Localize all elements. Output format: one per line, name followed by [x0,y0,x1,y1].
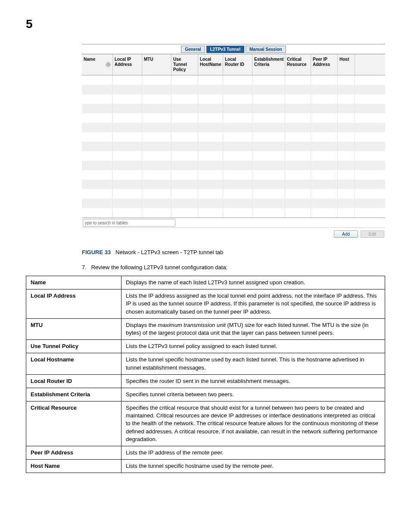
column-header[interactable]: Local HostName [198,54,223,75]
table-row[interactable] [82,123,385,132]
table-cell [171,132,198,142]
table-cell [113,199,142,208]
spec-desc: Lists the L2TPv3 tunnel policy assigned … [121,340,385,353]
tab-manual-session[interactable]: Manual Session [246,46,286,53]
table-row[interactable] [82,199,385,208]
table-cell [198,180,223,189]
column-header[interactable]: Use Tunnel Policy [171,54,198,75]
table-cell [82,104,113,113]
table-cell [285,123,311,132]
table-row[interactable] [82,180,385,189]
table-cell [285,180,311,189]
table-cell [82,85,113,94]
grid-footer [82,218,385,227]
add-button[interactable]: Add [334,230,358,238]
table-cell [82,208,113,218]
table-cell [142,180,171,189]
column-header[interactable]: Local Router ID [223,54,252,75]
table-cell [285,199,311,208]
table-cell [171,180,198,189]
table-cell [311,142,338,151]
table-row[interactable] [82,170,385,180]
table-row[interactable] [82,85,385,94]
column-header[interactable]: Establishment Criteria [252,54,285,75]
search-input[interactable] [83,219,175,227]
table-cell [252,132,285,142]
table-cell [285,189,311,199]
table-cell [171,75,198,85]
table-cell [113,151,142,161]
table-row[interactable] [82,113,385,123]
spec-row: Critical ResourceSpecifies the critical … [26,401,385,446]
table-row[interactable] [82,161,385,170]
table-cell [311,189,338,199]
table-cell [142,85,171,94]
column-header[interactable]: MTU [142,54,171,75]
table-row[interactable] [82,132,385,142]
spec-desc: Displays the name of each listed L2TPv3 … [121,276,385,289]
spec-name: Peer IP Address [26,446,121,460]
table-row[interactable] [82,94,385,104]
table-cell [171,113,198,123]
step-line: 7. Review the following L2TPv3 tunnel co… [82,264,385,271]
table-cell [171,94,198,104]
table-cell [198,161,223,170]
table-cell [198,104,223,113]
table-cell [198,199,223,208]
table-cell [252,180,285,189]
table-row[interactable] [82,208,385,218]
column-header[interactable]: Host [338,54,355,75]
spec-desc: Lists the IP address of the remote peer. [121,446,385,460]
table-cell [285,208,311,218]
table-cell [338,189,355,199]
spec-desc: Displays the maximum transmission unit (… [121,318,385,339]
table-cell [285,94,311,104]
table-cell [171,208,198,218]
figure-label: FIGURE 33 [82,249,111,255]
table-cell [252,161,285,170]
table-cell [311,208,338,218]
table-cell [113,180,142,189]
table-cell [113,75,142,85]
table-cell [338,170,355,180]
table-cell [223,132,252,142]
spec-name: Name [26,276,121,289]
column-header[interactable]: Peer IP Address [311,54,338,75]
table-cell [171,161,198,170]
spec-desc: Specifies the critical resource that sho… [121,401,385,446]
table-cell [311,180,338,189]
table-cell [113,189,142,199]
table-cell [82,94,113,104]
column-header[interactable]: Local IP Address [113,54,142,75]
table-cell [223,180,252,189]
tab-general[interactable]: General [181,46,205,53]
spec-row: NameDisplays the name of each listed L2T… [26,276,385,289]
table-cell [285,113,311,123]
table-row[interactable] [82,75,385,85]
edit-button[interactable]: Edit [361,230,384,238]
table-row[interactable] [82,104,385,113]
table-row[interactable] [82,142,385,151]
spec-row: Local HostnameLists the tunnel specific … [26,353,385,374]
button-bar: Add Edit [82,227,385,240]
sort-icon: ⊙ [106,62,111,67]
table-row[interactable] [82,189,385,199]
table-cell [252,199,285,208]
table-cell [198,189,223,199]
table-cell [142,104,171,113]
spec-row: Peer IP AddressLists the IP address of t… [26,446,385,460]
column-header[interactable]: Critical Resource [285,54,311,75]
table-cell [311,123,338,132]
table-cell [285,132,311,142]
table-cell [171,104,198,113]
column-header[interactable]: Name⊙ [82,54,113,75]
table-cell [198,94,223,104]
table-cell [113,123,142,132]
tab-l2tpv3-tunnel[interactable]: L2TPv3 Tunnel [206,46,244,53]
table-cell [285,104,311,113]
table-cell [285,85,311,94]
spec-table: NameDisplays the name of each listed L2T… [26,276,385,473]
table-cell [171,123,198,132]
table-row[interactable] [82,151,385,161]
table-cell [285,161,311,170]
